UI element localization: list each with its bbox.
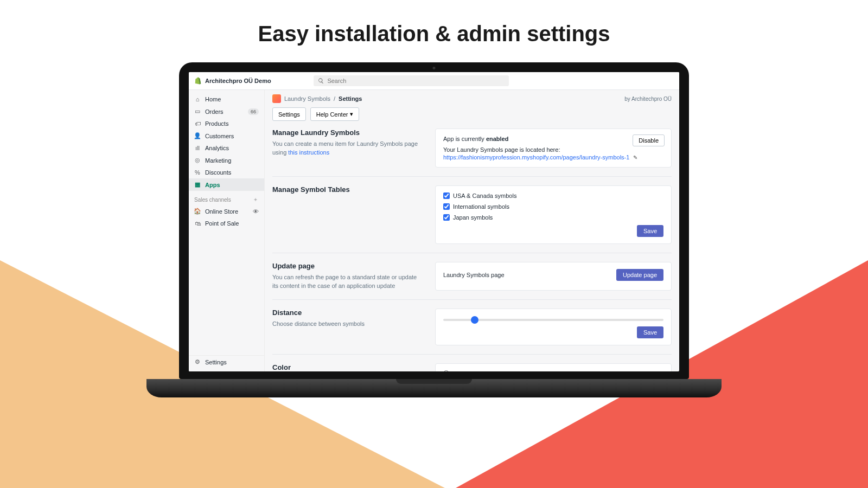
checkbox-usa[interactable] — [443, 192, 450, 199]
radio-label: White — [452, 370, 468, 371]
radio-white[interactable] — [443, 370, 449, 371]
app-screen: Architechpro OÜ Demo ⌂ Home ▭ Orders — [189, 72, 679, 371]
section-tables: Manage Symbol Tables USA & Canada symbol… — [272, 176, 672, 253]
sidebar-item-label: Online Store — [205, 208, 238, 215]
store-icon: 🏠 — [194, 208, 201, 215]
help-center-label: Help Center — [316, 111, 348, 118]
section-color: Color Choose color White — [272, 354, 672, 371]
disable-button[interactable]: Disable — [633, 134, 665, 146]
status-word: enabled — [486, 136, 509, 142]
sidebar-item-customers[interactable]: 👤 Customers — [189, 130, 264, 142]
camera-dot-icon — [433, 67, 436, 69]
section-title: Distance — [272, 309, 424, 317]
sidebar-item-home[interactable]: ⌂ Home — [189, 93, 264, 105]
store-brand[interactable]: Architechpro OÜ Demo — [194, 77, 308, 85]
section-distance: Distance Choose distance between symbols… — [272, 299, 672, 354]
sidebar-item-orders[interactable]: ▭ Orders 66 — [189, 105, 264, 118]
eye-icon[interactable]: 👁 — [252, 208, 259, 215]
sidebar-item-apps[interactable]: ▦ Apps — [189, 178, 264, 191]
sidebar-item-label: Marketing — [205, 157, 231, 164]
channels-header-label: Sales channels — [194, 197, 231, 203]
radio-row-white[interactable]: White — [443, 370, 663, 371]
main-panel: Laundry Symbols / Settings by Architechp… — [265, 90, 679, 371]
section-title: Manage Laundry Symbols — [272, 129, 424, 137]
sidebar-channels-header: Sales channels ＋ — [189, 191, 264, 205]
tables-card: USA & Canada symbols International symbo… — [435, 185, 672, 244]
percent-icon: % — [194, 169, 201, 176]
status-text: App is currently enabled — [443, 136, 663, 142]
save-tables-button[interactable]: Save — [637, 225, 663, 237]
bars-icon: ıll — [194, 145, 201, 151]
sidebar-item-analytics[interactable]: ıll Analytics — [189, 142, 264, 154]
checkbox-label: Japan symbols — [453, 214, 493, 221]
status-card: Disable App is currently enabled Your La… — [435, 129, 672, 168]
sidebar-item-products[interactable]: 🏷 Products — [189, 118, 264, 130]
checkbox-japan[interactable] — [443, 214, 450, 221]
save-distance-button[interactable]: Save — [637, 326, 663, 338]
section-update: Update page You can refresh the page to … — [272, 253, 672, 299]
sidebar-item-point-of-sale[interactable]: 🛍 Point of Sale — [189, 217, 264, 229]
instructions-link[interactable]: this instructions — [288, 149, 329, 156]
sidebar-item-discounts[interactable]: % Discounts — [189, 166, 264, 178]
checkbox-international[interactable] — [443, 203, 450, 210]
search-input-wrapper[interactable] — [314, 75, 509, 86]
color-card: White Black Save — [435, 363, 672, 371]
update-page-button[interactable]: Update page — [616, 269, 663, 281]
checkbox-label: USA & Canada symbols — [453, 192, 516, 199]
section-manage: Manage Laundry Symbols You can create a … — [272, 125, 672, 176]
checkbox-row-usa[interactable]: USA & Canada symbols — [443, 192, 663, 199]
apps-icon: ▦ — [194, 181, 201, 188]
app-logo-icon — [272, 94, 281, 103]
section-title: Update page — [272, 262, 424, 270]
sidebar-item-label: Analytics — [205, 145, 229, 151]
store-name: Architechpro OÜ Demo — [205, 78, 271, 84]
breadcrumb: Laundry Symbols / Settings — [272, 94, 362, 103]
orders-icon: ▭ — [194, 108, 201, 115]
sidebar-item-label: Discounts — [205, 169, 231, 176]
checkbox-row-japan[interactable]: Japan symbols — [443, 214, 663, 221]
section-title: Color — [272, 363, 424, 371]
distance-card: Save — [435, 309, 672, 345]
gear-icon: ⚙ — [194, 358, 201, 365]
help-center-button[interactable]: Help Center ▾ — [310, 107, 360, 121]
shopify-logo-icon — [194, 77, 202, 85]
distance-slider[interactable] — [443, 319, 663, 321]
update-row-label: Laundry Symbols page — [443, 272, 505, 278]
sidebar-item-label: Orders — [205, 108, 224, 115]
tag-icon: 🏷 — [194, 120, 201, 127]
pos-icon: 🛍 — [194, 220, 201, 227]
sidebar-item-label: Settings — [205, 359, 227, 365]
sidebar-item-online-store[interactable]: 🏠 Online Store 👁 — [189, 205, 264, 217]
home-icon: ⌂ — [194, 96, 201, 102]
content-area: Manage Laundry Symbols You can create a … — [265, 125, 679, 371]
target-icon: ◎ — [194, 157, 201, 164]
breadcrumb-app[interactable]: Laundry Symbols — [284, 95, 330, 102]
section-desc: You can create a menu item for Laundry S… — [272, 140, 424, 157]
search-input[interactable] — [327, 78, 505, 84]
sidebar-item-label: Customers — [205, 133, 234, 139]
update-card: Laundry Symbols page Update page — [435, 262, 672, 291]
page-url-link[interactable]: https://fashionismyprofession.myshopify.… — [443, 154, 629, 160]
topbar: Architechpro OÜ Demo — [189, 72, 679, 90]
laptop-notch — [396, 379, 472, 384]
settings-button-label: Settings — [278, 111, 300, 118]
person-icon: 👤 — [194, 132, 201, 139]
sidebar: ⌂ Home ▭ Orders 66 🏷 Products 👤 Cust — [189, 90, 265, 371]
section-desc: Choose distance between symbols — [272, 320, 424, 329]
byline: by Architechpro OÜ — [624, 96, 672, 102]
breadcrumb-separator: / — [334, 95, 335, 102]
laptop-base — [146, 379, 722, 397]
add-channel-button[interactable]: ＋ — [252, 196, 259, 203]
checkbox-label: International symbols — [453, 203, 509, 210]
breadcrumb-current: Settings — [339, 95, 362, 102]
pencil-icon[interactable]: ✎ — [633, 155, 637, 160]
toolbar: Settings Help Center ▾ — [265, 107, 679, 125]
sidebar-item-label: Apps — [205, 182, 220, 188]
sidebar-item-marketing[interactable]: ◎ Marketing — [189, 154, 264, 166]
checkbox-row-international[interactable]: International symbols — [443, 203, 663, 210]
sidebar-item-settings[interactable]: ⚙ Settings — [189, 356, 264, 368]
sidebar-item-label: Home — [205, 96, 221, 102]
sidebar-item-label: Products — [205, 120, 228, 127]
settings-button[interactable]: Settings — [272, 107, 306, 121]
sidebar-item-label: Point of Sale — [205, 220, 239, 227]
